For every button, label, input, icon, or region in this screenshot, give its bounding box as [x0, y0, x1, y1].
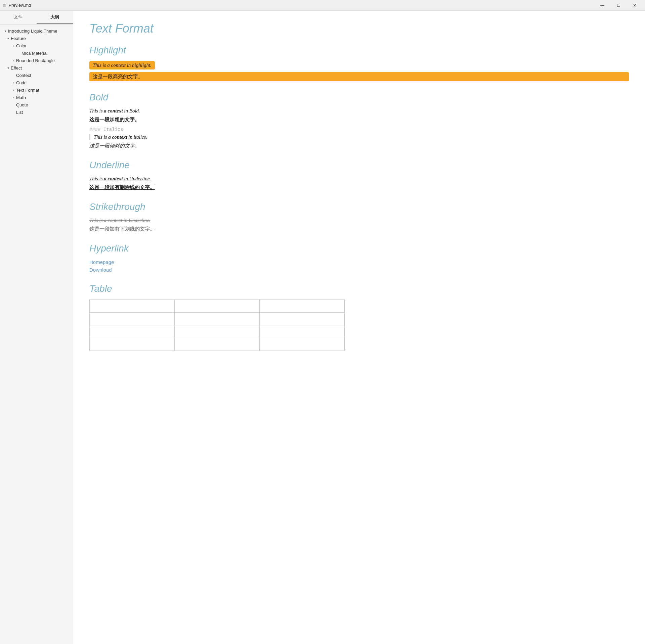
sidebar-item-label: Code: [16, 80, 70, 85]
section-table: Table: [89, 283, 629, 351]
section-strikethrough: StrikethroughThis is a context in Underl…: [89, 201, 629, 232]
content-item: This is a context in italics.: [89, 134, 629, 140]
sidebar-item-textformat[interactable]: ›Text Format: [0, 86, 73, 94]
heading-bold: Bold: [89, 92, 629, 103]
sidebar-item-color[interactable]: ›Color: [0, 42, 73, 49]
sidebar-item-label: Context: [16, 73, 70, 78]
table-cell: [175, 313, 260, 325]
chevron-icon: ›: [11, 87, 16, 93]
sidebar-item-label: Rounded Rectangle: [16, 58, 70, 63]
chevron-icon: ›: [11, 43, 16, 48]
content-item[interactable]: Homepage: [89, 259, 629, 265]
sidebar-item-label: Introducing Liquid Theme: [8, 29, 70, 34]
sidebar-item-label: Quote: [16, 102, 70, 107]
titlebar: ≡ Preview.md — ☐ ✕: [0, 0, 645, 11]
chevron-icon: [16, 50, 22, 56]
section-bold: BoldThis is a context in Bold.这是一段加粗的文字。…: [89, 92, 629, 149]
sidebar-item-effect[interactable]: ▾Effect: [0, 64, 73, 72]
chevron-icon: ›: [11, 95, 16, 100]
sidebar-item-math[interactable]: ›Math: [0, 94, 73, 101]
table-cell: [90, 338, 175, 351]
chevron-icon: ›: [11, 58, 16, 63]
content-item: This is a context in Underline.: [89, 218, 629, 223]
heading-hyperlink: Hyperlink: [89, 243, 629, 254]
maximize-button[interactable]: ☐: [611, 0, 626, 11]
table-cell: [260, 325, 345, 338]
sidebar: 文件 大纲 ▾Introducing Liquid Theme▾Feature›…: [0, 11, 73, 644]
sidebar-item-code[interactable]: ›Code: [0, 79, 73, 86]
sidebar-tabs: 文件 大纲: [0, 11, 73, 25]
content-item: 这是一段加粗的文字。: [89, 117, 629, 123]
sidebar-item-rounded[interactable]: ›Rounded Rectangle: [0, 57, 73, 64]
sidebar-item-label: Mica Material: [22, 51, 70, 56]
content-item[interactable]: Download: [89, 267, 629, 273]
chevron-icon: ▾: [3, 28, 8, 34]
sidebar-item-label: List: [16, 110, 70, 115]
content-item: This is a context in Bold.: [89, 108, 629, 114]
sidebar-item-label: Math: [16, 95, 70, 100]
preview-main-title: Text Format: [89, 21, 629, 36]
sidebar-item-list[interactable]: List: [0, 108, 73, 116]
sidebar-item-label: Effect: [11, 65, 70, 71]
table-cell: [175, 325, 260, 338]
sidebar-item-context[interactable]: Context: [0, 72, 73, 79]
sidebar-item-label: Color: [16, 43, 70, 48]
titlebar-controls: — ☐ ✕: [595, 0, 642, 11]
app-body: 文件 大纲 ▾Introducing Liquid Theme▾Feature›…: [0, 11, 645, 644]
content-item: This is a context in Underline.: [89, 176, 629, 182]
titlebar-left: ≡ Preview.md: [3, 2, 31, 8]
minimize-button[interactable]: —: [595, 0, 610, 11]
content-item: 这是一段加有下划线的文字。: [89, 226, 629, 232]
main-content: Text FormatHighlightThis is a context in…: [73, 11, 645, 644]
sidebar-item-introducing[interactable]: ▾Introducing Liquid Theme: [0, 27, 73, 35]
tab-outline[interactable]: 大纲: [37, 11, 73, 24]
content-item: 这是一段高亮的文字。: [89, 72, 629, 81]
chevron-icon: [11, 102, 16, 107]
sidebar-item-label: Text Format: [16, 88, 70, 93]
section-hyperlink: HyperlinkHomepageDownload: [89, 243, 629, 273]
sidebar-item-feature[interactable]: ▾Feature: [0, 35, 73, 42]
table-cell: [260, 338, 345, 351]
sidebar-tree: ▾Introducing Liquid Theme▾Feature›ColorM…: [0, 25, 73, 644]
heading-underline: Underline: [89, 160, 629, 171]
menu-icon: ≡: [3, 2, 6, 8]
chevron-icon: [11, 73, 16, 78]
heading-table: Table: [89, 283, 629, 294]
table-cell: [175, 300, 260, 313]
close-button[interactable]: ✕: [627, 0, 642, 11]
chevron-icon: ▾: [5, 36, 11, 41]
heading-highlight: Highlight: [89, 45, 629, 56]
section-highlight: HighlightThis is a context in highlight.…: [89, 45, 629, 81]
heading-strikethrough: Strikethrough: [89, 201, 629, 212]
chevron-icon: ▾: [5, 65, 11, 71]
content-item: This is a context in highlight.: [89, 61, 155, 70]
sidebar-item-mica[interactable]: Mica Material: [0, 49, 73, 57]
sidebar-item-quote[interactable]: Quote: [0, 101, 73, 108]
chevron-icon: ›: [11, 80, 16, 85]
section-underline: UnderlineThis is a context in Underline.…: [89, 160, 629, 191]
table-cell: [90, 325, 175, 338]
chevron-icon: [11, 109, 16, 115]
sidebar-item-label: Feature: [11, 36, 70, 41]
table-cell: [90, 313, 175, 325]
content-item: 这是一段加有删除线的文字。: [89, 184, 629, 191]
content-item: #### Italics: [89, 127, 629, 132]
tab-file[interactable]: 文件: [0, 11, 37, 24]
content-item: 这是一段倾斜的文字。: [89, 143, 629, 149]
preview-table: [89, 300, 345, 351]
table-cell: [260, 300, 345, 313]
table-cell: [175, 338, 260, 351]
titlebar-title: Preview.md: [8, 3, 31, 8]
table-cell: [260, 313, 345, 325]
table-cell: [90, 300, 175, 313]
